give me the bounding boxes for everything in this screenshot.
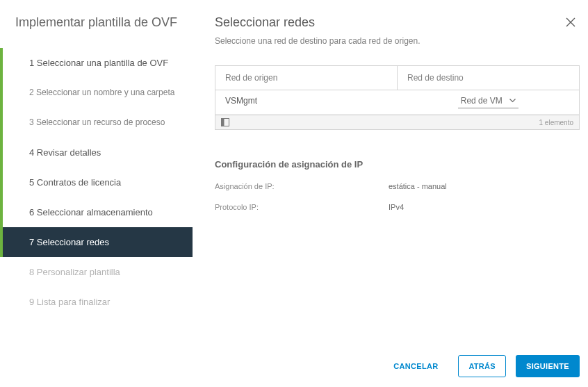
col-dest-header: Red de destino bbox=[398, 66, 579, 90]
wizard-step-8: 8 Personalizar plantilla bbox=[0, 257, 193, 287]
wizard-step-3[interactable]: 3 Seleccionar un recurso de proceso bbox=[0, 108, 193, 138]
cancel-button[interactable]: CANCELAR bbox=[383, 355, 448, 377]
wizard-step-9: 9 Lista para finalizar bbox=[0, 287, 193, 317]
table-row: VSMgmtRed de VM bbox=[215, 90, 579, 115]
ip-config-value: IPv4 bbox=[389, 203, 404, 211]
wizard-sidebar: Implementar plantilla de OVF 1 Seleccion… bbox=[0, 0, 193, 387]
ip-config-value: estática - manual bbox=[389, 182, 447, 190]
wizard-step-2[interactable]: 2 Seleccionar un nombre y una carpeta bbox=[0, 78, 193, 108]
table-body: VSMgmtRed de VM bbox=[215, 90, 579, 115]
network-table: Red de origen Red de destino VSMgmtRed d… bbox=[215, 65, 580, 130]
source-network-cell: VSMgmt bbox=[215, 90, 398, 114]
wizard-step-6[interactable]: 6 Seleccionar almacenamiento bbox=[0, 197, 193, 227]
col-source-header: Red de origen bbox=[215, 66, 398, 90]
wizard-step-5[interactable]: 5 Contratos de licencia bbox=[0, 167, 193, 197]
wizard-step-1[interactable]: 1 Seleccionar una plantilla de OVF bbox=[0, 48, 193, 78]
row-count: 1 elemento bbox=[539, 119, 573, 126]
back-button[interactable]: ATRÁS bbox=[458, 355, 506, 377]
svg-rect-1 bbox=[222, 119, 224, 126]
ip-config-row: Asignación de IP:estática - manual bbox=[215, 182, 580, 190]
close-icon[interactable] bbox=[562, 15, 580, 31]
wizard-steps: 1 Seleccionar una plantilla de OVF2 Sele… bbox=[0, 48, 193, 317]
ovf-deploy-dialog: Implementar plantilla de OVF 1 Seleccion… bbox=[0, 0, 588, 387]
ip-rows: Asignación de IP:estática - manualProtoc… bbox=[215, 170, 580, 211]
wizard-main: Seleccionar redes Seleccione una red de … bbox=[193, 0, 588, 387]
page-subtitle: Seleccione una red de destino para cada … bbox=[215, 36, 580, 46]
wizard-footer: CANCELAR ATRÁS SIGUIENTE bbox=[383, 355, 580, 377]
ip-config-label: Asignación de IP: bbox=[215, 182, 389, 190]
dest-network-value: Red de VM bbox=[461, 96, 503, 106]
wizard-step-7[interactable]: 7 Seleccionar redes bbox=[0, 227, 193, 257]
chevron-down-icon bbox=[509, 99, 516, 103]
ip-section-title: Configuración de asignación de IP bbox=[215, 159, 580, 170]
table-header-row: Red de origen Red de destino bbox=[215, 66, 579, 90]
ip-config-row: Protocolo IP:IPv4 bbox=[215, 203, 580, 211]
columns-icon[interactable] bbox=[221, 118, 229, 126]
table-footer: 1 elemento bbox=[215, 115, 579, 129]
wizard-step-4[interactable]: 4 Revisar detalles bbox=[0, 138, 193, 167]
page-title: Seleccionar redes bbox=[215, 15, 315, 30]
wizard-title: Implementar plantilla de OVF bbox=[0, 15, 193, 48]
dest-network-select[interactable]: Red de VM bbox=[458, 96, 518, 108]
main-header: Seleccionar redes bbox=[215, 15, 580, 31]
dest-network-cell: Red de VM bbox=[398, 90, 580, 114]
ip-config-label: Protocolo IP: bbox=[215, 203, 389, 211]
next-button[interactable]: SIGUIENTE bbox=[516, 355, 580, 377]
